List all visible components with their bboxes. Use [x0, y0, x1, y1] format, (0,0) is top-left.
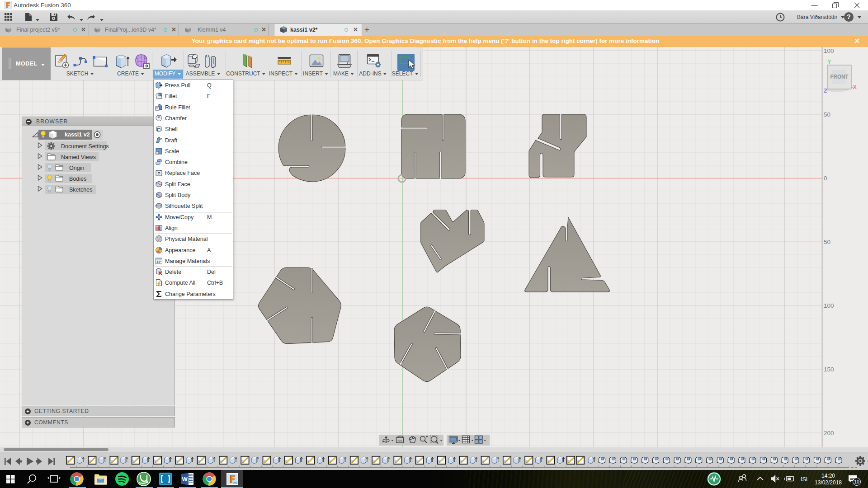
svg-text:10: 10: [854, 479, 859, 484]
svg-text:FRONT: FRONT: [830, 74, 849, 80]
svg-text:W: W: [182, 476, 188, 483]
svg-text:100: 100: [824, 302, 834, 309]
svg-text:100: 100: [824, 47, 834, 54]
svg-text:150: 150: [824, 366, 834, 373]
svg-text:0: 0: [824, 175, 827, 182]
svg-text:ISL: ISL: [801, 476, 809, 483]
svg-text:-X: -X: [851, 84, 857, 90]
svg-text:Z: Z: [824, 87, 827, 94]
svg-text:Y: Y: [827, 58, 831, 65]
svg-text:14:20: 14:20: [821, 473, 835, 479]
svg-text:200: 200: [824, 430, 834, 436]
svg-text:13/02/2018: 13/02/2018: [815, 479, 842, 486]
svg-text:50: 50: [824, 239, 830, 245]
svg-text:360: 360: [233, 481, 238, 484]
svg-text:50: 50: [824, 111, 830, 118]
